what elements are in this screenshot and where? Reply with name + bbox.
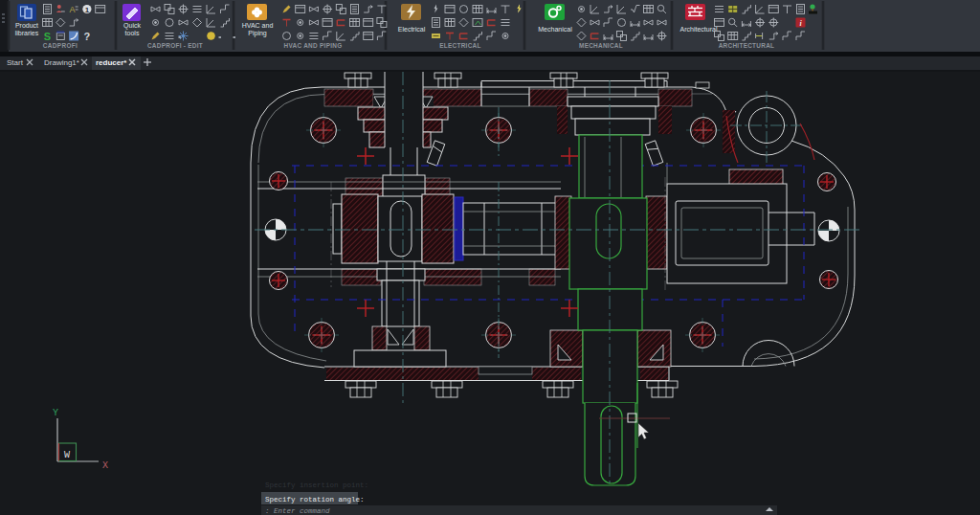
svg-text:Product: Product <box>15 22 38 29</box>
svg-text:1: 1 <box>85 6 90 14</box>
svg-text:X: X <box>102 460 108 471</box>
svg-text:Specify rotation angle:: Specify rotation angle: <box>265 496 365 504</box>
svg-text:Electrical: Electrical <box>398 26 426 33</box>
svg-text:S: S <box>44 31 51 42</box>
svg-text:CADPROFI: CADPROFI <box>43 42 78 49</box>
svg-text:Architectural: Architectural <box>680 26 718 33</box>
svg-text:tools: tools <box>125 30 140 36</box>
svg-text:Start: Start <box>7 58 24 67</box>
svg-text:W: W <box>64 450 70 460</box>
svg-text:Mechanical: Mechanical <box>538 26 572 33</box>
svg-text:ARCHITECTURAL: ARCHITECTURAL <box>719 42 775 49</box>
svg-text:Drawing1*: Drawing1* <box>44 58 79 67</box>
svg-text:MECHANICAL: MECHANICAL <box>579 42 623 49</box>
svg-text:Y: Y <box>53 408 58 418</box>
svg-text:ELECTRICAL: ELECTRICAL <box>439 42 480 49</box>
svg-text:: Enter command: : Enter command <box>265 507 330 515</box>
svg-text:Piping: Piping <box>248 30 267 37</box>
svg-text:A: A <box>70 5 76 14</box>
svg-text:Specify insertion point:: Specify insertion point: <box>265 481 368 489</box>
svg-text:CADPROFI - EDIT: CADPROFI - EDIT <box>147 42 203 49</box>
svg-text:reducer*: reducer* <box>96 58 127 67</box>
svg-text:HVAC AND PIPING: HVAC AND PIPING <box>284 42 343 49</box>
svg-text:?: ? <box>84 31 91 42</box>
svg-text:libraries: libraries <box>15 30 39 36</box>
svg-text:HVAC and: HVAC and <box>242 22 274 29</box>
svg-text:Quick: Quick <box>123 22 141 30</box>
